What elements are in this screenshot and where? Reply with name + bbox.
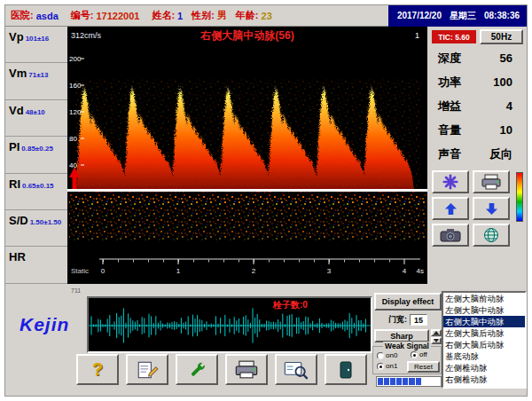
measurement-ri: RI 0.65±0.15: [5, 174, 67, 210]
gender-value: 男: [217, 9, 227, 22]
globe-button[interactable]: [473, 224, 510, 247]
y-axis-tick: 160: [69, 82, 82, 90]
audio-waveform-panel: 栓子数:0: [87, 296, 372, 353]
param-volume[interactable]: 音量 10: [427, 118, 528, 142]
triangle-down-icon: [434, 339, 439, 342]
sharp-button[interactable]: Sharp: [374, 329, 429, 342]
measurement-vm: Vm 71±13: [5, 63, 67, 99]
frequency-button[interactable]: 50Hz: [480, 29, 523, 44]
radio-off[interactable]: off: [411, 350, 427, 358]
patient-search-button[interactable]: [275, 354, 317, 385]
bottom-section: 711 Kejin 栓子数:0 Display effect 门宽: 15 Sh…: [5, 284, 528, 397]
star-icon: [442, 174, 458, 190]
measurement-vd: Vd 48±10: [5, 100, 67, 137]
param-sound[interactable]: 声音 反向: [427, 142, 528, 166]
vm-value: 71±13: [28, 71, 48, 79]
vd-label: Vd: [9, 104, 24, 117]
exit-button[interactable]: [325, 354, 367, 385]
radio-dot: [377, 352, 384, 359]
artery-list-item-selected[interactable]: 右侧大脑中动脉: [443, 316, 525, 327]
patient-id-label: 编号:: [71, 9, 94, 22]
patient-name-label: 姓名:: [152, 9, 175, 22]
control-panel: TIC: 5.60 50Hz 深度 56 功率 100 增益 4 音量 10 声…: [427, 27, 528, 284]
camera-button[interactable]: [432, 224, 469, 247]
panel-icon-buttons: [432, 170, 526, 252]
report-button[interactable]: [126, 354, 168, 385]
artery-list-item[interactable]: 左侧大脑前动脉: [443, 293, 525, 304]
search-icon: [284, 359, 309, 380]
gate-width-value[interactable]: 15: [410, 314, 427, 326]
move-up-button[interactable]: [432, 197, 469, 220]
radio-off-label: off: [419, 350, 427, 358]
hospital-label: 医院:: [11, 9, 34, 22]
pi-label: PI: [9, 140, 20, 153]
radio-on1-label: on1: [386, 362, 397, 370]
weak-signal-group: Weak Signal on0 on1 off Reset: [372, 346, 442, 374]
panel-print-button[interactable]: [473, 170, 510, 193]
power-value: 100: [493, 75, 512, 89]
print-button[interactable]: [225, 354, 268, 385]
artery-list-item[interactable]: 左侧大脑中动脉: [443, 304, 525, 316]
help-button[interactable]: ?: [76, 354, 119, 385]
baseline: [67, 189, 427, 192]
x-axis-tick: 0: [101, 267, 106, 275]
radio-on0[interactable]: on0: [377, 351, 397, 359]
corner-label: 711: [71, 287, 81, 294]
age-label: 年龄:: [236, 9, 259, 22]
measurement-sidebar: Vp 101±16 Vm 71±13 Vd 48±10 PI 0.85±0.25…: [5, 27, 67, 284]
param-gain[interactable]: 增益 4: [427, 94, 528, 118]
spinner-down-button[interactable]: [431, 337, 442, 344]
radio-on1[interactable]: on1: [377, 362, 397, 370]
artery-list-item[interactable]: 右侧椎动脉: [443, 373, 525, 385]
artery-list-item[interactable]: 右侧大脑后动脉: [443, 339, 525, 350]
spinner-up-button[interactable]: [431, 329, 442, 336]
exit-door-icon: [339, 360, 353, 380]
date-text: 2017/12/20: [397, 11, 442, 20]
age-value: 23: [262, 11, 272, 21]
probe-setup-button[interactable]: [176, 354, 218, 385]
printer-icon: [234, 360, 259, 379]
y-axis-tick: 200: [69, 55, 82, 63]
radio-dot: [411, 351, 418, 358]
artery-list-item[interactable]: 左侧椎动脉: [443, 362, 525, 373]
measurement-vp: Vp 101±16: [5, 27, 67, 63]
arrow-up-icon: [444, 202, 458, 216]
color-scale-bar: [516, 172, 523, 222]
velocity-scale-label: 312cm/s: [71, 31, 102, 40]
artery-list-item[interactable]: 左侧大脑后动脉: [443, 327, 525, 339]
volume-label: 音量: [438, 122, 461, 138]
display-effect-button[interactable]: Display effect: [374, 293, 442, 311]
artery-list[interactable]: 左侧大脑前动脉 左侧大脑中动脉 右侧大脑中动脉 左侧大脑后动脉 右侧大脑后动脉 …: [442, 291, 527, 389]
doppler-spectrum-display: 200 160 120 80 40 312cm/s 右侧大脑中动脉(56) 1: [67, 27, 427, 284]
x-axis-tick: 3: [327, 267, 332, 275]
gain-label: 增益: [438, 98, 461, 114]
tic-status-badge: TIC: 5.60: [432, 30, 476, 43]
sd-value: 1.50±1.50: [30, 218, 62, 226]
vp-value: 101±16: [26, 35, 50, 43]
pi-value: 0.85±0.25: [21, 145, 53, 153]
help-icon: ?: [92, 359, 103, 380]
artery-list-item[interactable]: 基底动脉: [443, 350, 525, 362]
move-down-button[interactable]: [473, 197, 510, 220]
param-depth[interactable]: 深度 56: [427, 46, 528, 70]
wrench-icon: [187, 360, 207, 380]
radio-on0-label: on0: [386, 351, 397, 359]
gender-label: 性别:: [192, 9, 215, 22]
audio-waveform-canvas: [89, 298, 371, 351]
tcd-application-window: 医院: asda 编号: 17122001 姓名: 1 性别: 男 年龄: 23…: [4, 4, 528, 397]
arrow-down-icon: [485, 202, 498, 216]
star-button[interactable]: [432, 170, 469, 193]
x-axis-tick: 1: [176, 267, 181, 275]
progress-bar: [376, 376, 442, 387]
datetime-display: 2017/12/20 星期三 08:38:36: [388, 5, 527, 27]
vd-value: 48±10: [26, 108, 45, 116]
measurement-hr: HR: [5, 247, 67, 283]
gate-width-label: 门宽:: [388, 314, 407, 326]
power-label: 功率: [438, 75, 461, 90]
y-axis-tick: 120: [69, 108, 82, 116]
param-power[interactable]: 功率 100: [427, 70, 528, 94]
gain-value: 4: [506, 99, 512, 113]
y-axis-tick: 80: [69, 135, 77, 143]
reset-button[interactable]: Reset: [407, 361, 440, 373]
x-axis-tick: 2: [252, 267, 256, 275]
